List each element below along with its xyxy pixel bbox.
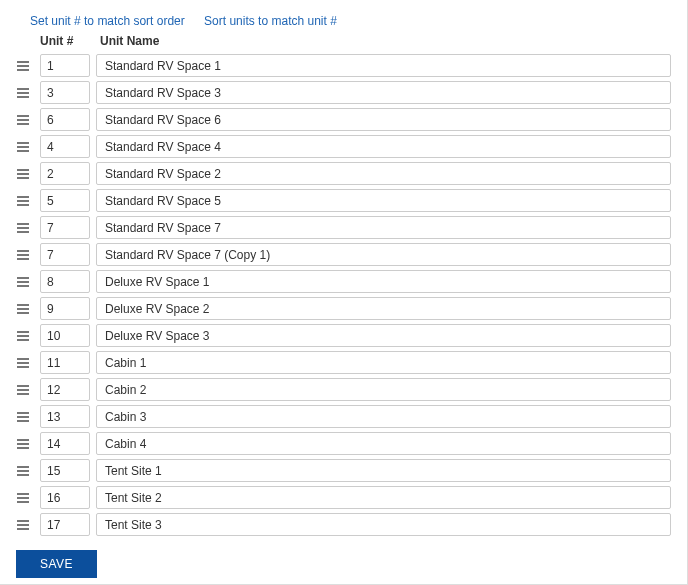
unit-row [16, 459, 671, 482]
unit-number-input[interactable] [40, 324, 90, 347]
set-unit-number-link[interactable]: Set unit # to match sort order [30, 14, 185, 28]
drag-handle-icon[interactable] [16, 384, 40, 396]
unit-name-input[interactable] [96, 54, 671, 77]
unit-number-input[interactable] [40, 108, 90, 131]
drag-handle-icon[interactable] [16, 195, 40, 207]
unit-name-input[interactable] [96, 486, 671, 509]
unit-row [16, 243, 671, 266]
drag-handle-icon[interactable] [16, 249, 40, 261]
unit-name-input[interactable] [96, 189, 671, 212]
unit-row [16, 135, 671, 158]
header-unit-num: Unit # [40, 34, 94, 48]
drag-handle-icon[interactable] [16, 357, 40, 369]
unit-name-input[interactable] [96, 270, 671, 293]
unit-name-input[interactable] [96, 162, 671, 185]
unit-name-input[interactable] [96, 459, 671, 482]
unit-name-input[interactable] [96, 351, 671, 374]
unit-name-input[interactable] [96, 432, 671, 455]
drag-handle-icon[interactable] [16, 411, 40, 423]
unit-number-input[interactable] [40, 351, 90, 374]
drag-handle-icon[interactable] [16, 492, 40, 504]
unit-row [16, 270, 671, 293]
drag-handle-icon[interactable] [16, 141, 40, 153]
unit-name-input[interactable] [96, 216, 671, 239]
unit-row [16, 378, 671, 401]
column-header-row: Unit # Unit Name [16, 32, 671, 54]
unit-name-input[interactable] [96, 297, 671, 320]
unit-row [16, 162, 671, 185]
drag-handle-icon[interactable] [16, 276, 40, 288]
unit-row [16, 189, 671, 212]
unit-number-input[interactable] [40, 162, 90, 185]
unit-number-input[interactable] [40, 216, 90, 239]
unit-name-input[interactable] [96, 324, 671, 347]
unit-list [16, 54, 671, 536]
unit-number-input[interactable] [40, 189, 90, 212]
unit-number-input[interactable] [40, 405, 90, 428]
unit-row [16, 351, 671, 374]
save-button[interactable]: SAVE [16, 550, 97, 578]
unit-row [16, 324, 671, 347]
unit-row [16, 405, 671, 428]
unit-name-input[interactable] [96, 81, 671, 104]
drag-handle-icon[interactable] [16, 330, 40, 342]
unit-sort-panel: Set unit # to match sort order Sort unit… [0, 0, 688, 585]
unit-number-input[interactable] [40, 459, 90, 482]
unit-row [16, 432, 671, 455]
drag-handle-icon[interactable] [16, 60, 40, 72]
unit-name-input[interactable] [96, 405, 671, 428]
unit-row [16, 216, 671, 239]
unit-number-input[interactable] [40, 486, 90, 509]
unit-number-input[interactable] [40, 243, 90, 266]
unit-row [16, 513, 671, 536]
unit-number-input[interactable] [40, 81, 90, 104]
unit-number-input[interactable] [40, 270, 90, 293]
drag-handle-icon[interactable] [16, 303, 40, 315]
drag-handle-icon[interactable] [16, 438, 40, 450]
unit-row [16, 297, 671, 320]
unit-row [16, 108, 671, 131]
unit-row [16, 54, 671, 77]
unit-number-input[interactable] [40, 432, 90, 455]
drag-handle-icon[interactable] [16, 114, 40, 126]
unit-name-input[interactable] [96, 135, 671, 158]
drag-handle-icon[interactable] [16, 87, 40, 99]
unit-number-input[interactable] [40, 378, 90, 401]
drag-handle-icon[interactable] [16, 222, 40, 234]
header-unit-name: Unit Name [94, 34, 671, 48]
unit-name-input[interactable] [96, 243, 671, 266]
drag-handle-icon[interactable] [16, 465, 40, 477]
drag-handle-icon[interactable] [16, 519, 40, 531]
unit-name-input[interactable] [96, 108, 671, 131]
unit-row [16, 81, 671, 104]
sort-units-link[interactable]: Sort units to match unit # [204, 14, 337, 28]
unit-number-input[interactable] [40, 297, 90, 320]
unit-row [16, 486, 671, 509]
unit-number-input[interactable] [40, 54, 90, 77]
unit-name-input[interactable] [96, 378, 671, 401]
unit-name-input[interactable] [96, 513, 671, 536]
unit-number-input[interactable] [40, 135, 90, 158]
top-links: Set unit # to match sort order Sort unit… [30, 14, 671, 28]
drag-handle-icon[interactable] [16, 168, 40, 180]
unit-number-input[interactable] [40, 513, 90, 536]
